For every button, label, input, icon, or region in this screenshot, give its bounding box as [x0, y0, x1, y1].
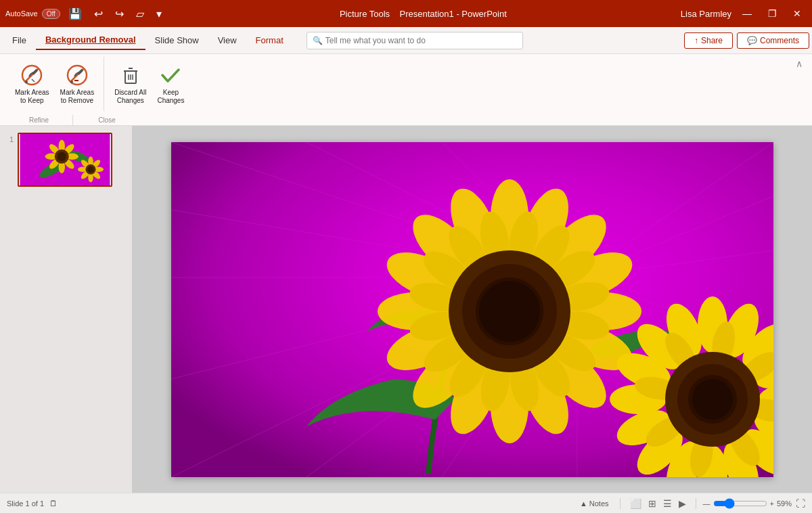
tab-file[interactable]: File: [3, 31, 36, 49]
tab-view[interactable]: View: [208, 31, 246, 49]
slide-number-1: 1: [4, 135, 14, 143]
search-box[interactable]: 🔍: [307, 32, 523, 49]
status-right: ▲ Notes ⬜ ⊞ ☰ ▶ — + 59% ⛶: [576, 497, 805, 510]
autosave-toggle[interactable]: Off: [42, 9, 60, 19]
slideshow-view-button[interactable]: ▶: [676, 497, 689, 510]
tab-background-removal[interactable]: Background Removal: [36, 30, 145, 50]
canvas-area[interactable]: [132, 126, 812, 493]
save-button[interactable]: 💾: [64, 6, 86, 22]
ribbon-content: Mark Areasto Keep Mark Ar: [0, 54, 812, 115]
fit-slide-button[interactable]: ⛶: [796, 498, 805, 509]
mark-remove-icon: [65, 63, 89, 87]
presentation-mode-button[interactable]: ▱: [132, 6, 148, 22]
discard-button[interactable]: Discard AllChanges: [110, 60, 150, 108]
zoom-level: 59%: [777, 499, 792, 508]
svg-point-120: [692, 379, 733, 420]
ribbon-group-refine-btns: Mark Areasto Keep Mark Ar: [11, 60, 98, 108]
title-bar-right: Lisa Parmley — ❐ ✕: [681, 7, 807, 20]
discard-label: Discard AllChanges: [114, 89, 146, 105]
mark-keep-label: Mark Areasto Keep: [15, 89, 49, 105]
slide-canvas[interactable]: [171, 142, 773, 477]
slide-thumb-svg: [19, 134, 111, 185]
undo-button[interactable]: ↩: [90, 6, 107, 22]
keep-icon: [158, 63, 183, 87]
status-separator-1: [620, 498, 621, 509]
notes-label: Notes: [589, 499, 609, 508]
zoom-bar: — + 59%: [703, 498, 792, 509]
refine-group-label: Refine: [5, 115, 73, 125]
ribbon-collapse-button[interactable]: ∧: [792, 57, 807, 70]
minimize-button[interactable]: —: [737, 7, 757, 20]
ribbon-group-close-btns: Discard AllChanges KeepChanges: [110, 60, 188, 108]
grid-view-button[interactable]: ⊞: [646, 497, 659, 510]
normal-view-button[interactable]: ⬜: [627, 497, 644, 510]
customize-button[interactable]: ▾: [152, 6, 166, 22]
ribbon-footer: Refine Close: [0, 115, 812, 125]
restore-button[interactable]: ❐: [763, 7, 782, 20]
status-bar: Slide 1 of 1 🗒 ▲ Notes ⬜ ⊞ ☰ ▶ — + 59% ⛶: [0, 493, 812, 513]
search-icon: 🔍: [313, 36, 323, 45]
slide-svg: [171, 142, 773, 477]
search-input[interactable]: [325, 36, 517, 45]
app-title: Picture Tools Presentation1 - PowerPoint: [166, 9, 681, 19]
svg-point-3: [25, 81, 28, 83]
svg-line-4: [32, 79, 35, 82]
slide-thumb-1[interactable]: [18, 133, 112, 187]
notes-icon: ▲: [580, 499, 587, 508]
zoom-out-icon: —: [703, 499, 710, 508]
title-bar-left: AutoSave Off 💾 ↩ ↪ ▱ ▾: [5, 6, 166, 22]
slide-info: Slide 1 of 1: [7, 499, 44, 508]
redo-button[interactable]: ↪: [111, 6, 128, 22]
user-name: Lisa Parmley: [681, 9, 731, 19]
comments-icon: 💬: [747, 36, 757, 45]
keep-label: KeepChanges: [157, 89, 184, 105]
document-title: Presentation1 - PowerPoint: [400, 9, 507, 19]
slide-panel: 1: [0, 126, 132, 493]
close-button[interactable]: ✕: [788, 7, 807, 20]
tab-slide-show[interactable]: Slide Show: [145, 31, 208, 49]
slide-item-1[interactable]: 1: [4, 133, 128, 187]
ribbon-group-refine: Mark Areasto Keep Mark Ar: [5, 57, 104, 111]
zoom-slider[interactable]: [713, 498, 767, 509]
svg-point-92: [479, 281, 540, 342]
comments-label: Comments: [760, 36, 799, 45]
close-group-label: Close: [73, 115, 141, 125]
svg-point-8: [70, 81, 73, 83]
mark-keep-icon: [20, 63, 44, 87]
zoom-in-icon: +: [770, 499, 774, 508]
workspace: 1: [0, 126, 812, 493]
mark-remove-label: Mark Areasto Remove: [60, 89, 95, 105]
autosave-label: AutoSave: [5, 9, 38, 18]
status-left: Slide 1 of 1 🗒: [7, 499, 58, 508]
share-button[interactable]: ↑ Share: [684, 32, 733, 49]
comments-button[interactable]: 💬 Comments: [737, 32, 809, 49]
discard-icon: [118, 63, 143, 87]
share-icon: ↑: [694, 36, 698, 45]
slide-notes-icon: 🗒: [49, 499, 58, 508]
view-buttons: ⬜ ⊞ ☰ ▶: [627, 497, 689, 510]
tab-format[interactable]: Format: [246, 31, 293, 49]
title-bar: AutoSave Off 💾 ↩ ↪ ▱ ▾ Picture Tools Pre…: [0, 0, 812, 27]
picture-tools-label: Picture Tools: [340, 9, 390, 19]
ribbon-group-close: Discard AllChanges KeepChanges: [105, 57, 194, 111]
share-label: Share: [701, 36, 723, 45]
svg-point-38: [87, 166, 94, 173]
reading-view-button[interactable]: ☰: [660, 497, 675, 510]
mark-keep-button[interactable]: Mark Areasto Keep: [11, 60, 53, 108]
notes-button[interactable]: ▲ Notes: [576, 498, 613, 509]
keep-button[interactable]: KeepChanges: [153, 60, 188, 108]
mark-remove-button[interactable]: Mark Areasto Remove: [56, 60, 99, 108]
status-separator-2: [696, 498, 696, 509]
svg-point-28: [58, 152, 66, 161]
menu-bar: File Background Removal Slide Show View …: [0, 27, 812, 54]
ribbon: Mark Areasto Keep Mark Ar: [0, 54, 812, 126]
